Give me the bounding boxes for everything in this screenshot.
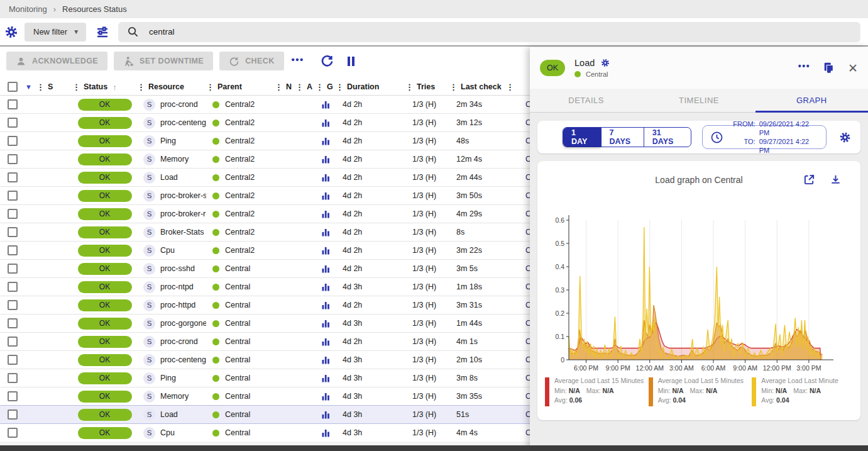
tab-details[interactable]: DETAILS	[530, 89, 642, 112]
parent-name[interactable]: Central2	[225, 118, 255, 127]
row-checkbox[interactable]	[8, 391, 18, 401]
graph-icon[interactable]	[322, 301, 330, 309]
status-badge[interactable]: OK	[78, 208, 132, 220]
resource-name[interactable]: proc-sshd	[160, 264, 195, 273]
row-checkbox[interactable]	[8, 282, 18, 292]
status-badge[interactable]: OK	[78, 245, 132, 257]
table-row[interactable]: OKSBroker-StatsCentral24d 2h1/3 (H)8sOK	[0, 223, 530, 242]
row-checkbox[interactable]	[8, 409, 18, 420]
breadcrumb-resources-status[interactable]: Resources Status	[62, 4, 127, 14]
resource-name[interactable]: Load	[160, 173, 178, 182]
graph-icon[interactable]	[322, 209, 330, 218]
table-row[interactable]: OKSproc-centengineCentral24d 2h1/3 (H)3m…	[0, 114, 530, 132]
panel-settings-gear-icon[interactable]	[600, 58, 610, 68]
parent-name[interactable]: Central	[225, 301, 250, 309]
more-actions-button[interactable]: •••	[292, 54, 304, 65]
graph-icon[interactable]	[322, 410, 330, 419]
status-badge[interactable]: OK	[78, 99, 132, 111]
horizontal-scrollbar[interactable]	[0, 445, 868, 451]
parent-name[interactable]: Central	[225, 337, 250, 346]
table-row[interactable]: OKSMemoryCentral24d 2h1/3 (H)12m 4sOK	[0, 150, 530, 169]
graph-icon[interactable]	[322, 355, 330, 364]
search-input[interactable]: central	[118, 22, 860, 42]
resource-name[interactable]: Cpu	[160, 428, 175, 437]
resource-name[interactable]: proc-broker-rrd	[160, 209, 206, 218]
table-row[interactable]: OKSproc-broker-rrdCentral24d 2h1/3 (H)4m…	[0, 205, 530, 223]
table-row[interactable]: OKSMemoryCentral4d 3h1/3 (H)3m 35sOK	[0, 387, 530, 406]
parent-name[interactable]: Central	[225, 264, 250, 273]
status-badge[interactable]: OK	[78, 153, 132, 165]
status-badge[interactable]: OK	[78, 117, 132, 129]
parent-name[interactable]: Central2	[225, 191, 255, 200]
parent-name[interactable]: Central2	[225, 100, 255, 109]
header-resource[interactable]: ⋮Resource	[137, 79, 206, 95]
parent-name[interactable]: Central	[225, 355, 250, 364]
graph-icon[interactable]	[322, 118, 330, 127]
header-notes[interactable]: ⋮N	[275, 79, 295, 95]
table-row[interactable]: OKSPingCentral4d 3h1/3 (H)3m 8sOK	[0, 369, 530, 387]
panel-host-name[interactable]: Central	[586, 70, 608, 78]
row-checkbox[interactable]	[8, 118, 18, 128]
custom-time-range-button[interactable]: FROM:09/26/2021 4:22 PM TO:09/27/2021 4:…	[702, 125, 827, 149]
graph-icon[interactable]	[322, 282, 330, 291]
graph-icon[interactable]	[322, 191, 330, 200]
table-row[interactable]: OKSLoadCentral24d 2h1/3 (H)2m 44sOK	[0, 169, 530, 187]
tab-graph[interactable]: GRAPH	[755, 89, 868, 112]
resource-name[interactable]: Broker-Stats	[160, 228, 204, 237]
check-button[interactable]: CHECK	[219, 52, 283, 70]
table-row[interactable]: OKSproc-crondCentral4d 2h1/3 (H)4m 1sOK	[0, 333, 530, 351]
status-badge[interactable]: OK	[78, 391, 132, 403]
graph-icon[interactable]	[322, 428, 330, 437]
resource-name[interactable]: Memory	[160, 155, 189, 164]
row-checkbox[interactable]	[8, 337, 18, 347]
graph-icon[interactable]	[322, 228, 330, 237]
resource-name[interactable]: proc-ntpd	[160, 282, 194, 291]
row-checkbox[interactable]	[8, 154, 18, 164]
acknowledge-button[interactable]: ACKNOWLEDGE	[6, 52, 107, 70]
status-badge[interactable]: OK	[78, 281, 132, 293]
row-checkbox[interactable]	[8, 373, 18, 383]
status-badge[interactable]: OK	[78, 172, 132, 184]
header-tries[interactable]: ⋮Tries	[405, 79, 449, 95]
row-checkbox[interactable]	[8, 245, 18, 255]
table-row[interactable]: OKSCpuCentral24d 2h1/3 (H)3m 22sOK	[0, 242, 530, 260]
load-chart[interactable]: 00.10.20.30.40.50.66:00 PM9:00 PM12:00 A…	[542, 205, 857, 374]
parent-name[interactable]: Central	[225, 374, 250, 382]
graph-icon[interactable]	[322, 100, 330, 109]
row-checkbox[interactable]	[8, 136, 18, 146]
parent-name[interactable]: Central	[225, 392, 250, 401]
status-badge[interactable]: OK	[78, 318, 132, 330]
status-badge[interactable]: OK	[78, 354, 132, 366]
parent-name[interactable]: Central	[225, 282, 250, 291]
pause-icon[interactable]	[348, 57, 354, 66]
graph-icon[interactable]	[322, 264, 330, 273]
open-in-new-icon[interactable]	[803, 174, 815, 188]
legend-item-15min[interactable]: Average Load Last 15 Minutes Min: N/AMax…	[545, 376, 649, 406]
close-panel-icon[interactable]: ✕	[848, 61, 858, 75]
resource-name[interactable]: Cpu	[160, 246, 175, 255]
download-icon[interactable]	[830, 174, 842, 188]
status-badge[interactable]: OK	[78, 135, 132, 147]
graph-icon[interactable]	[322, 155, 330, 164]
breadcrumb-monitoring[interactable]: Monitoring	[9, 4, 47, 14]
table-row[interactable]: OKSproc-broker-sqlCentral24d 2h1/3 (H)3m…	[0, 187, 530, 205]
table-row[interactable]: OKSPingCentral24d 2h1/3 (H)48sOK	[0, 132, 530, 150]
resource-name[interactable]: Ping	[160, 136, 176, 145]
legend-item-1min[interactable]: Average Load Last Minute Min: N/AMax: N/…	[752, 376, 855, 406]
resource-name[interactable]: proc-crond	[160, 337, 198, 346]
select-menu-caret-icon[interactable]: ▼	[25, 83, 32, 91]
legend-item-5min[interactable]: Average Load Last 5 Minutes Min: N/AMax:…	[649, 376, 752, 406]
resource-name[interactable]: Memory	[160, 392, 189, 401]
resource-name[interactable]: proc-crond	[160, 100, 198, 109]
resource-name[interactable]: proc-broker-sql	[160, 191, 206, 200]
header-duration[interactable]: ⋮Duration	[336, 79, 405, 95]
parent-name[interactable]: Central2	[225, 173, 255, 182]
tab-timeline[interactable]: TIMELINE	[642, 89, 755, 112]
table-row[interactable]: OKSproc-gorgonedCentral4d 3h1/3 (H)1m 44…	[0, 315, 530, 333]
graph-icon[interactable]	[322, 392, 330, 401]
resource-name[interactable]: proc-gorgoned	[160, 319, 206, 328]
row-checkbox[interactable]	[8, 209, 18, 219]
set-downtime-button[interactable]: SET DOWNTIME	[114, 52, 213, 70]
status-badge[interactable]: OK	[78, 226, 132, 238]
parent-name[interactable]: Central2	[225, 228, 255, 237]
